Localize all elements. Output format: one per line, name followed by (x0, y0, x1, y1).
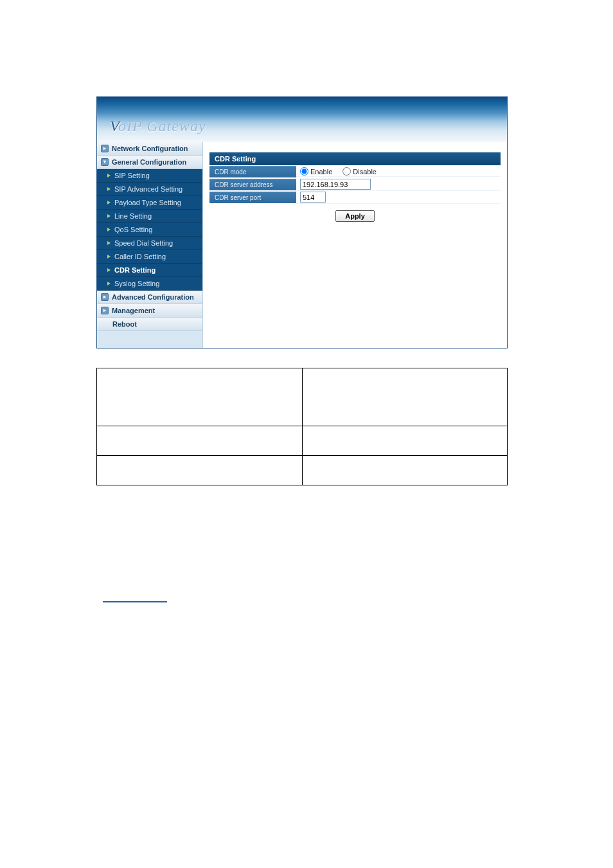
content-area: CDR Setting CDR mode Enable Disable (203, 142, 507, 348)
input-cdr-server-address[interactable] (300, 179, 371, 190)
radio-disable[interactable] (342, 167, 351, 176)
table-cell (302, 368, 508, 426)
expand-icon (101, 145, 109, 152)
sidebar-label: Reboot (112, 320, 137, 328)
sidebar-item-caller-id-setting[interactable]: Caller ID Setting (97, 250, 202, 264)
table-row (97, 456, 508, 485)
label-cdr-server-address: CDR server address (209, 179, 296, 190)
triangle-icon (107, 241, 111, 245)
triangle-icon (107, 255, 111, 258)
radio-enable-label: Enable (310, 168, 332, 176)
sidebar-item-sip-advanced-setting[interactable]: SIP Advanced Setting (97, 183, 202, 196)
sidebar-item-network-configuration[interactable]: Network Configuration (97, 142, 202, 156)
table-cell (302, 426, 508, 456)
sidebar-label: Speed Dial Setting (114, 239, 173, 247)
table-row (97, 426, 508, 456)
triangle-icon (107, 268, 111, 272)
sidebar-label: QoS Setting (114, 226, 152, 233)
sidebar-item-general-configuration[interactable]: General Configuration (97, 156, 202, 169)
radio-enable[interactable] (300, 167, 308, 176)
sidebar-item-management[interactable]: Management (97, 304, 202, 318)
title-rest: oIP Gateway (118, 118, 206, 134)
sidebar-item-payload-type-setting[interactable]: Payload Type Setting (97, 196, 202, 210)
sidebar-label: Line Setting (114, 212, 152, 220)
table-cell (97, 426, 303, 456)
sidebar-item-qos-setting[interactable]: QoS Setting (97, 223, 202, 237)
sidebar-item-reboot[interactable]: Reboot (97, 318, 202, 331)
table-cell (97, 368, 303, 426)
row-cdr-server-port: CDR server port (209, 191, 501, 204)
collapse-icon (101, 158, 109, 166)
sidebar-item-advanced-configuration[interactable]: Advanced Configuration (97, 291, 202, 304)
row-cdr-server-address: CDR server address (209, 178, 501, 191)
sidebar-label: CDR Setting (114, 266, 155, 274)
triangle-icon (107, 228, 111, 231)
sidebar-item-sip-setting[interactable]: SIP Setting (97, 169, 202, 183)
underline-link (96, 595, 508, 604)
doc-table (96, 368, 508, 485)
triangle-icon (107, 201, 111, 204)
expand-icon (101, 307, 109, 314)
title-v: V (110, 118, 118, 134)
radio-disable-label: Disable (353, 168, 377, 176)
table-row (97, 368, 508, 426)
sidebar-item-cdr-setting[interactable]: CDR Setting (97, 264, 202, 277)
expand-icon (101, 293, 109, 301)
label-cdr-mode: CDR mode (209, 166, 296, 177)
radio-enable-wrap[interactable]: Enable (300, 167, 332, 176)
radio-disable-wrap[interactable]: Disable (342, 167, 377, 176)
row-cdr-mode: CDR mode Enable Disable (209, 165, 501, 178)
sidebar-label: SIP Setting (114, 172, 150, 179)
app-frame: VoIP Gateway Network Configuration Gener… (96, 96, 508, 348)
app-title: VoIP Gateway (110, 118, 206, 135)
triangle-icon (107, 214, 111, 218)
sidebar-item-speed-dial-setting[interactable]: Speed Dial Setting (97, 237, 202, 250)
label-cdr-server-port: CDR server port (209, 192, 296, 203)
apply-button[interactable]: Apply (335, 210, 375, 222)
triangle-icon (107, 282, 111, 285)
sidebar: Network Configuration General Configurat… (97, 142, 203, 348)
sidebar-label: Syslog Setting (114, 280, 159, 287)
triangle-icon (107, 174, 111, 177)
banner: VoIP Gateway (97, 97, 507, 142)
sidebar-label: General Configuration (112, 158, 186, 166)
sidebar-label: Network Configuration (112, 145, 188, 152)
sidebar-label: Management (112, 307, 155, 314)
table-cell (302, 456, 508, 485)
sidebar-label: Caller ID Setting (114, 253, 166, 260)
sidebar-label: Payload Type Setting (114, 199, 181, 206)
table-cell (97, 456, 303, 485)
sidebar-item-line-setting[interactable]: Line Setting (97, 210, 202, 223)
sidebar-label: Advanced Configuration (112, 293, 194, 301)
panel-title: CDR Setting (209, 152, 501, 165)
triangle-icon (107, 187, 111, 191)
sidebar-label: SIP Advanced Setting (114, 185, 182, 193)
input-cdr-server-port[interactable] (300, 192, 326, 203)
sidebar-item-syslog-setting[interactable]: Syslog Setting (97, 277, 202, 291)
